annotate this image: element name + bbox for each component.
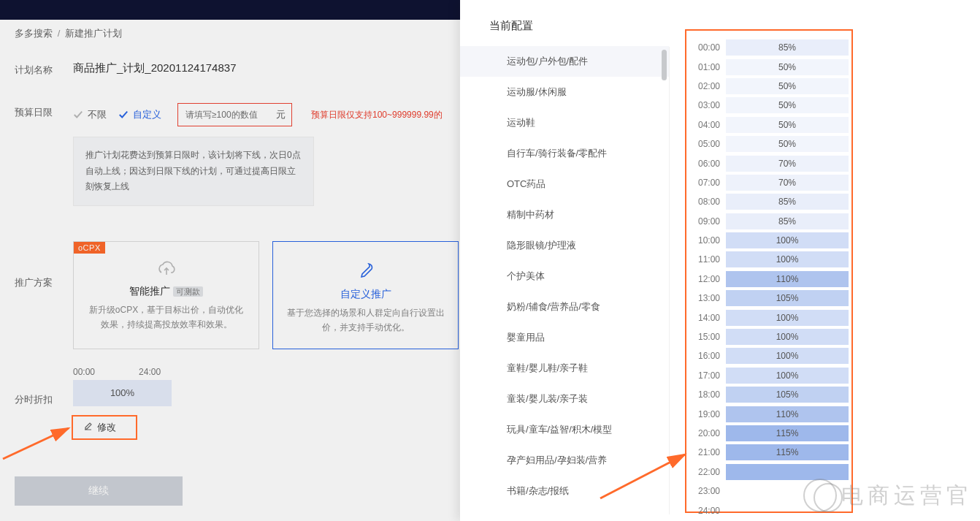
discount-bar[interactable]: 50%: [726, 78, 849, 94]
time-label: 02:00: [694, 81, 726, 91]
time-label: 06:00: [694, 159, 726, 169]
discount-bar[interactable]: 100%: [726, 329, 849, 345]
wrench-icon: [286, 261, 445, 282]
discount-bar[interactable]: 100%: [726, 251, 849, 267]
discount-bar[interactable]: 100%: [726, 310, 849, 326]
time-label: 09:00: [694, 216, 726, 227]
edit-icon: [83, 422, 93, 433]
budget-info-box: 推广计划花费达到预算日限时，该计划将下线，次日0点自动上线；因达到日限下线的计划…: [73, 137, 314, 206]
discount-bar[interactable]: 100%: [726, 368, 849, 384]
category-item[interactable]: 婴童用品: [460, 322, 669, 353]
discount-bar[interactable]: 85%: [726, 213, 849, 229]
discount-bar[interactable]: 70%: [726, 156, 849, 172]
time-row: 07:0070%: [694, 173, 849, 192]
plan-name-input[interactable]: [73, 61, 380, 76]
discount-bar[interactable]: [726, 464, 849, 480]
time-label: 11:00: [694, 254, 726, 265]
breadcrumb: 多多搜索 / 新建推广计划: [0, 20, 460, 40]
time-row: 17:00100%: [694, 366, 849, 385]
category-item[interactable]: 童装/婴儿装/亲子装: [460, 384, 669, 414]
time-label: 01:00: [694, 62, 726, 72]
time-row: 20:00115%: [694, 424, 849, 443]
budget-input-wrapper: 元: [177, 103, 292, 126]
discount-bar[interactable]: 50%: [726, 97, 849, 113]
breadcrumb-root[interactable]: 多多搜索: [15, 28, 53, 39]
drawer-title: 当前配置: [460, 0, 669, 46]
time-label: 23:00: [694, 486, 726, 496]
discount-bar[interactable]: 105%: [726, 387, 849, 403]
time-row: 06:0070%: [694, 153, 849, 172]
time-label: 13:00: [694, 293, 726, 303]
plan-name-label: 计划名称: [15, 61, 73, 77]
discount-bar[interactable]: 110%: [726, 271, 849, 287]
modify-button[interactable]: 修改: [73, 417, 126, 438]
category-item[interactable]: 自行车/骑行装备/零配件: [460, 138, 669, 169]
time-label: 07:00: [694, 178, 726, 188]
budget-range-note: 预算日限仅支持100~999999.99的: [311, 109, 443, 121]
discount-bar[interactable]: 100%: [726, 348, 849, 364]
time-label: 22:00: [694, 467, 726, 477]
time-label: 04:00: [694, 120, 726, 130]
time-label: 10:00: [694, 235, 726, 246]
plan-custom-title: 自定义推广: [286, 288, 445, 301]
category-item[interactable]: 个护美体: [460, 261, 669, 292]
discount-bar[interactable]: 115%: [726, 425, 849, 441]
watermark-logo-icon: [803, 479, 837, 512]
category-item[interactable]: 奶粉/辅食/营养品/零食: [460, 292, 669, 322]
continue-button[interactable]: 继续: [15, 476, 183, 506]
time-label: 19:00: [694, 409, 726, 419]
discount-bar[interactable]: 50%: [726, 59, 849, 75]
category-item[interactable]: 隐形眼镜/护理液: [460, 230, 669, 261]
breadcrumb-current: 新建推广计划: [65, 28, 122, 39]
category-item[interactable]: 运动包/户外包/配件: [460, 46, 669, 77]
time-label: 18:00: [694, 389, 726, 400]
time-row: 14:00100%: [694, 308, 849, 327]
discount-bar[interactable]: 110%: [726, 406, 849, 422]
plan-card-smart[interactable]: oCPX 智能推广可测款 新升级oCPX，基于目标出价，自动优化效果，持续提高投…: [73, 241, 259, 349]
budget-option-custom[interactable]: 自定义: [118, 108, 161, 121]
time-label: 00:00: [694, 42, 726, 53]
category-list[interactable]: 运动包/户外包/配件运动服/休闲服运动鞋自行车/骑行装备/零配件OTC药品精制中…: [460, 46, 669, 499]
discount-bar[interactable]: 85%: [726, 39, 849, 56]
discount-bar[interactable]: 115%: [726, 444, 849, 460]
budget-input[interactable]: [184, 109, 272, 121]
plan-smart-desc: 新升级oCPX，基于目标出价，自动优化效果，持续提高投放效率和效果。: [87, 303, 245, 332]
discount-value-block[interactable]: 100%: [73, 380, 172, 406]
discount-bar[interactable]: 50%: [726, 136, 849, 152]
category-item[interactable]: OTC药品: [460, 169, 669, 199]
time-row: 19:00110%: [694, 404, 849, 423]
category-item[interactable]: 孕产妇用品/孕妇装/营养: [460, 445, 669, 476]
time-row: 08:0085%: [694, 192, 849, 211]
time-row: 12:00110%: [694, 270, 849, 289]
discount-bar[interactable]: 100%: [726, 232, 849, 248]
time-row: 16:00100%: [694, 346, 849, 365]
category-item[interactable]: 运动服/休闲服: [460, 77, 669, 107]
discount-bar[interactable]: 50%: [726, 117, 849, 133]
time-row: 00:0085%: [694, 38, 849, 57]
discount-bar[interactable]: 105%: [726, 290, 849, 306]
time-discount-table: 00:0085%01:0050%02:0050%03:0050%04:0050%…: [685, 29, 853, 513]
time-row: 15:00100%: [694, 327, 849, 346]
category-item[interactable]: 书籍/杂志/报纸: [460, 476, 669, 499]
time-row: 09:0085%: [694, 212, 849, 231]
discount-label: 分时折扣: [15, 367, 73, 406]
category-item[interactable]: 童鞋/婴儿鞋/亲子鞋: [460, 353, 669, 384]
time-row: 03:0050%: [694, 96, 849, 115]
breadcrumb-separator: /: [58, 28, 61, 39]
plan-badge: 可测款: [173, 286, 203, 297]
time-label: 17:00: [694, 370, 726, 381]
discount-bar[interactable]: 70%: [726, 175, 849, 191]
plan-card-custom[interactable]: 自定义推广 基于您选择的场景和人群定向自行设置出价，并支持手动优化。: [272, 241, 459, 349]
budget-option-unlimited[interactable]: 不限: [73, 108, 107, 121]
scrollbar-thumb[interactable]: [662, 50, 667, 80]
time-row: 02:0050%: [694, 77, 849, 96]
time-row: 11:00100%: [694, 250, 849, 269]
discount-bar[interactable]: 85%: [726, 194, 849, 210]
category-item[interactable]: 精制中药材: [460, 199, 669, 230]
category-item[interactable]: 玩具/童车/益智/积木/模型: [460, 414, 669, 445]
app-top-bar: [0, 0, 460, 20]
category-item[interactable]: 运动鞋: [460, 107, 669, 138]
time-label: 16:00: [694, 351, 726, 361]
time-row: 05:0050%: [694, 134, 849, 153]
time-row: 13:00105%: [694, 289, 849, 308]
